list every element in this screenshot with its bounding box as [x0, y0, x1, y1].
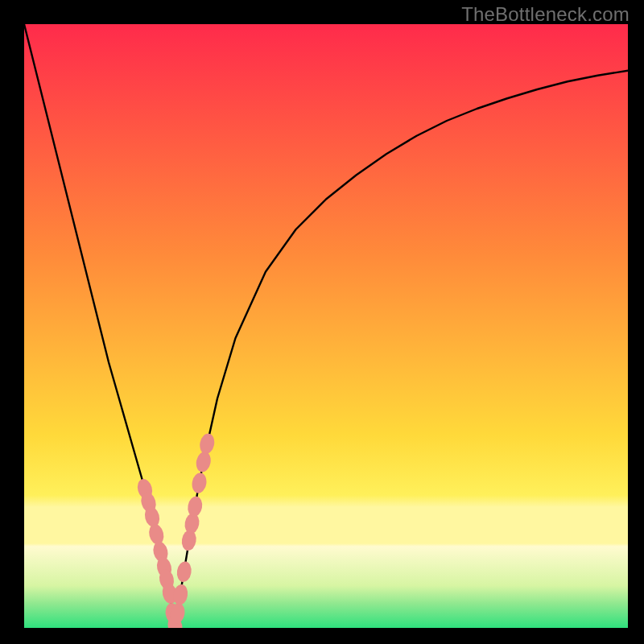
outer-frame: TheBottleneck.com — [0, 0, 644, 644]
chart-svg — [24, 24, 628, 628]
gradient-background — [24, 24, 628, 628]
watermark-text: TheBottleneck.com — [461, 3, 630, 26]
plot-area — [24, 24, 628, 628]
